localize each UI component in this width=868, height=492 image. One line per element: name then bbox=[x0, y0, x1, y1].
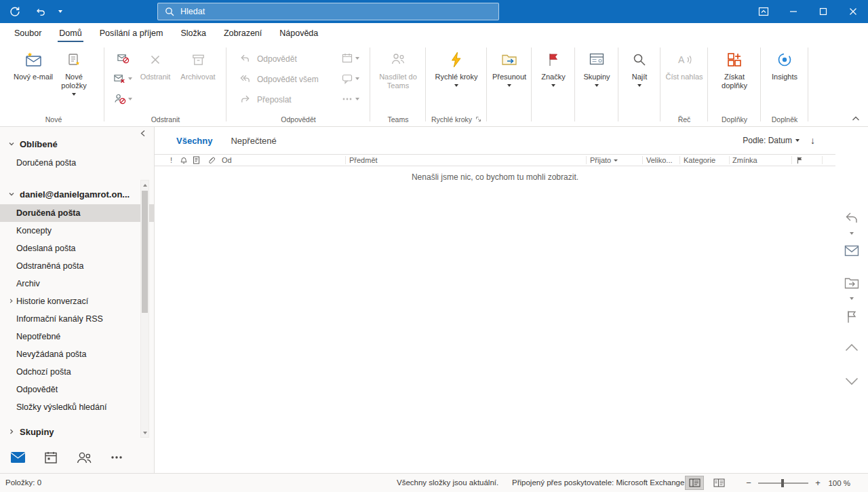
meeting-reply-button[interactable] bbox=[341, 52, 359, 64]
group-label-teams: Teams bbox=[372, 112, 424, 126]
item-type-icon[interactable] bbox=[193, 155, 200, 166]
minimize-button[interactable] bbox=[778, 0, 808, 23]
reply-all-icon bbox=[239, 73, 251, 85]
attachment-icon[interactable] bbox=[208, 155, 216, 166]
scrollbar-thumb[interactable] bbox=[142, 191, 148, 313]
reminder-bell-icon[interactable] bbox=[180, 155, 188, 166]
folder-junk[interactable]: Nevyžádaná pošta bbox=[0, 345, 154, 363]
calendar-nav-icon[interactable] bbox=[44, 451, 58, 464]
folder-inbox[interactable]: Doručená pošta bbox=[0, 204, 154, 222]
im-reply-button[interactable] bbox=[341, 72, 359, 85]
undo-icon[interactable] bbox=[30, 0, 50, 23]
more-apps-icon[interactable] bbox=[111, 455, 123, 459]
column-received[interactable]: Přijato bbox=[590, 155, 618, 166]
folder-replied[interactable]: Odpovědět bbox=[0, 381, 154, 398]
zoom-out-button[interactable]: − bbox=[745, 478, 753, 488]
flag-quick-icon[interactable] bbox=[846, 310, 858, 324]
tab-posilani-a-prijem[interactable]: Posílání a příjem bbox=[91, 23, 172, 43]
column-importance[interactable]: ! bbox=[170, 155, 172, 166]
dialog-launcher-icon[interactable] bbox=[475, 116, 481, 122]
folder-search-folders[interactable]: Složky výsledků hledání bbox=[0, 398, 154, 416]
cleanup-button[interactable] bbox=[113, 72, 132, 85]
reply-button[interactable]: Odpovědět bbox=[235, 52, 338, 65]
tab-soubor[interactable]: Soubor bbox=[5, 23, 50, 43]
tab-unread-mail[interactable]: Nepřečtené bbox=[231, 136, 276, 146]
ribbon-display-options-icon[interactable] bbox=[749, 0, 778, 23]
folder-conversation-history[interactable]: Historie konverzací bbox=[0, 292, 154, 310]
reply-quick-icon[interactable] bbox=[844, 211, 859, 225]
groups-label: Skupiny bbox=[583, 73, 610, 81]
new-items-button[interactable]: Nové položky bbox=[54, 44, 94, 96]
favorites-header[interactable]: Oblíbené bbox=[0, 134, 154, 154]
get-addins-button[interactable]: Získat doplňky bbox=[712, 44, 757, 90]
folder-deleted[interactable]: Odstraněná pošta bbox=[0, 257, 154, 275]
read-aloud-button[interactable]: A Číst nahlas bbox=[663, 44, 705, 81]
zoom-in-button[interactable]: + bbox=[814, 478, 822, 488]
collapse-ribbon-button[interactable] bbox=[852, 116, 860, 121]
more-respond-button[interactable] bbox=[341, 92, 359, 105]
favorite-inbox[interactable]: Doručená pošta bbox=[0, 154, 154, 172]
column-mention[interactable]: Zmínka bbox=[732, 155, 757, 166]
customize-quick-access-icon[interactable] bbox=[50, 0, 71, 23]
sort-direction-button[interactable]: ↓ bbox=[810, 135, 815, 146]
folder-pane-scrollbar[interactable] bbox=[140, 180, 149, 438]
chevron-down-icon[interactable] bbox=[850, 292, 854, 302]
tab-all-mail[interactable]: Všechny bbox=[176, 136, 212, 146]
previous-item-icon[interactable] bbox=[844, 343, 859, 352]
forward-button[interactable]: Přeposlat bbox=[235, 93, 338, 106]
junk-button[interactable] bbox=[113, 92, 132, 105]
archive-button[interactable]: Archivovat bbox=[176, 44, 220, 81]
move-quick-icon[interactable] bbox=[844, 276, 859, 289]
chevron-right-icon[interactable] bbox=[8, 298, 14, 304]
share-to-teams-button[interactable]: Nasdílet do Teams bbox=[374, 44, 422, 90]
maximize-button[interactable] bbox=[808, 0, 838, 23]
folder-archive[interactable]: Archiv bbox=[0, 275, 154, 292]
groups-header[interactable]: Skupiny bbox=[0, 421, 154, 442]
quick-steps-button[interactable]: Rychlé kroky bbox=[434, 44, 479, 87]
groups-button[interactable]: Skupiny bbox=[577, 44, 616, 87]
reading-view-button[interactable] bbox=[709, 476, 728, 490]
folder-rss[interactable]: Informační kanály RSS bbox=[0, 310, 154, 328]
account-header[interactable]: daniel@danielgamrot.on... bbox=[0, 184, 154, 204]
next-item-icon[interactable] bbox=[844, 377, 859, 386]
zoom-level[interactable]: 100 % bbox=[827, 479, 850, 487]
folder-clutter[interactable]: Nepotřebné bbox=[0, 328, 154, 345]
column-category[interactable]: Kategorie bbox=[684, 155, 715, 166]
sort-by-button[interactable]: Podle: Datum bbox=[743, 136, 800, 145]
collapse-folder-pane-icon[interactable] bbox=[140, 130, 146, 137]
folder-sent[interactable]: Odeslaná pošta bbox=[0, 240, 154, 257]
close-button[interactable] bbox=[838, 0, 868, 23]
new-email-button[interactable]: Nový e-mail bbox=[13, 44, 54, 81]
delete-button[interactable]: Odstranit bbox=[134, 44, 176, 81]
folder-drafts[interactable]: Koncepty bbox=[0, 222, 154, 240]
sync-status-icon[interactable] bbox=[0, 0, 30, 23]
mark-read-icon[interactable] bbox=[844, 245, 859, 257]
people-nav-icon[interactable] bbox=[76, 451, 92, 464]
normal-view-button[interactable] bbox=[685, 476, 704, 490]
column-from[interactable]: Od bbox=[222, 155, 232, 166]
scroll-up-icon[interactable] bbox=[141, 181, 149, 189]
chevron-down-icon[interactable] bbox=[850, 227, 854, 237]
folder-outbox[interactable]: Odchozí pošta bbox=[0, 363, 154, 381]
mail-nav-icon[interactable] bbox=[10, 451, 26, 463]
favorites-label: Oblíbené bbox=[20, 139, 58, 149]
ignore-button[interactable] bbox=[117, 52, 130, 64]
zoom-slider-handle[interactable] bbox=[781, 479, 784, 487]
search-input[interactable] bbox=[180, 7, 492, 16]
tab-domu[interactable]: Domů bbox=[50, 23, 90, 43]
column-size[interactable]: Veliko... bbox=[646, 155, 673, 166]
reply-all-button[interactable]: Odpovědět všem bbox=[235, 73, 338, 86]
move-button[interactable]: Přesunout bbox=[489, 44, 530, 87]
tab-napoveda[interactable]: Nápověda bbox=[271, 23, 327, 43]
find-button[interactable]: Najít bbox=[620, 44, 658, 87]
column-subject[interactable]: Předmět bbox=[349, 155, 378, 166]
tab-slozka[interactable]: Složka bbox=[172, 23, 215, 43]
insights-button[interactable]: Insights bbox=[764, 44, 806, 81]
flag-column-icon[interactable] bbox=[796, 155, 804, 166]
search-box[interactable] bbox=[157, 3, 499, 20]
read-aloud-icon: A bbox=[675, 49, 693, 71]
tab-zobrazeni[interactable]: Zobrazení bbox=[215, 23, 271, 43]
scroll-down-icon[interactable] bbox=[141, 428, 149, 437]
tags-button[interactable]: Značky bbox=[534, 44, 573, 87]
zoom-slider[interactable] bbox=[758, 482, 808, 484]
